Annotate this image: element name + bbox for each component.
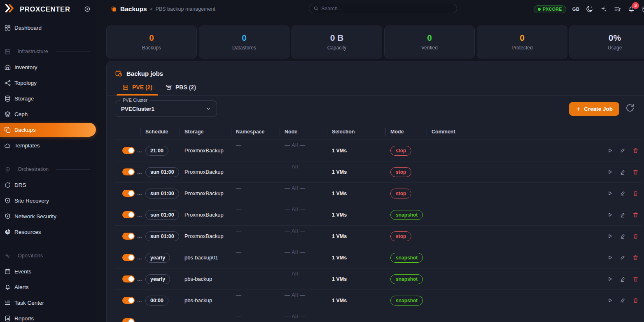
run-job-icon[interactable]: [607, 147, 613, 154]
delete-job-icon[interactable]: [632, 147, 639, 154]
sidebar-item-topology[interactable]: Topology: [0, 75, 96, 91]
stat-card-backups: 0 Backups: [106, 26, 197, 58]
create-job-button[interactable]: Create Job: [569, 102, 619, 116]
language-selector[interactable]: GB: [572, 7, 579, 12]
global-search: [309, 4, 457, 13]
selection-cell: 1 VMs: [327, 161, 385, 182]
sidebar-item-backups[interactable]: Backups: [0, 123, 96, 137]
node-cell: — All —: [280, 161, 327, 182]
delete-job-icon[interactable]: [632, 190, 639, 196]
search-icon: [313, 6, 319, 11]
run-job-icon[interactable]: [607, 233, 613, 239]
calendar-icon: [4, 268, 11, 275]
delete-job-icon[interactable]: [632, 297, 639, 303]
job-enabled-toggle[interactable]: [122, 254, 135, 261]
sidebar-item-events[interactable]: Events: [0, 264, 96, 279]
sidebar-item-resources[interactable]: Resources: [0, 224, 96, 240]
ai-sparkles-icon[interactable]: [600, 5, 607, 13]
edit-job-icon[interactable]: [620, 297, 626, 303]
sidebar-item-label: Task Center: [14, 300, 44, 306]
run-job-icon[interactable]: [607, 169, 613, 175]
backup-jobs-panel: Backup jobs PVE (2) PBS (2) PVE Cluster …: [106, 61, 644, 322]
job-enabled-toggle[interactable]: [122, 275, 135, 282]
comment-cell: [427, 247, 591, 268]
pve-cluster-select[interactable]: PVE Cluster PVECluster1: [115, 100, 217, 117]
job-enabled-toggle[interactable]: [122, 147, 135, 154]
job-enabled-toggle[interactable]: [122, 190, 135, 197]
sidebar-item-reports[interactable]: Reports: [0, 310, 96, 322]
sidebar-item-inventory[interactable]: Inventory: [0, 59, 96, 75]
sidebar-item-label: Dashboard: [14, 25, 42, 31]
job-enabled-toggle[interactable]: [122, 297, 135, 304]
sidebar-item-drs[interactable]: DRS: [0, 177, 96, 193]
schedule-chip: sun 01:00: [145, 189, 179, 198]
stat-label: Backups: [142, 45, 161, 51]
namespace-cell: —: [231, 226, 280, 247]
sidebar-item-label: Resources: [14, 229, 41, 235]
search-input[interactable]: [321, 6, 453, 12]
notifications-bell-icon[interactable]: 3: [628, 5, 635, 13]
edit-job-icon[interactable]: [620, 276, 626, 282]
toggle-knob: [128, 191, 134, 196]
delete-job-icon[interactable]: [632, 233, 639, 239]
selection-cell: 1 VMs: [327, 247, 385, 268]
brand-logo-icon: [4, 3, 16, 15]
edit-job-icon[interactable]: [620, 254, 626, 261]
selection-cell: 1 VMs: [327, 204, 385, 225]
delete-job-icon[interactable]: [632, 254, 639, 261]
sidebar-section-operations: Operations: [0, 248, 96, 264]
toggle-knob: [128, 212, 134, 217]
storage-cell: pbs-backup01: [180, 247, 231, 268]
col-node: Node: [280, 124, 327, 140]
edit-job-icon[interactable]: [620, 190, 626, 196]
sidebar-item-templates[interactable]: Templates: [0, 138, 96, 153]
run-job-icon[interactable]: [607, 254, 613, 261]
sidebar-item-task-center[interactable]: Task Center: [0, 295, 96, 310]
sidebar-item-dashboard[interactable]: Dashboard: [0, 20, 96, 35]
job-enabled-toggle[interactable]: [122, 168, 135, 175]
run-job-icon[interactable]: [607, 276, 613, 282]
sidebar-item-label: Site Recovery: [14, 198, 49, 204]
page-title: Backups: [120, 5, 147, 13]
tab-pve[interactable]: PVE (2): [117, 84, 158, 95]
core-badge-label: PXCORE: [543, 7, 562, 12]
stat-label: Protected: [511, 45, 532, 51]
stats-row: 0 Backups 0 Datastores 0 B Capacity 0 Ve…: [106, 26, 644, 58]
table-row: … sun 01:00 ProxmoxBackup — — All — 1 VM…: [115, 226, 642, 247]
toggle-knob: [128, 298, 134, 303]
theme-toggle-moon-icon[interactable]: [586, 5, 593, 13]
job-enabled-toggle[interactable]: [122, 318, 135, 322]
sidebar-item-ceph[interactable]: Ceph: [0, 106, 96, 122]
run-job-icon[interactable]: [607, 297, 613, 303]
edit-job-icon[interactable]: [620, 147, 626, 154]
delete-job-icon[interactable]: [632, 169, 639, 175]
namespace-cell: —: [231, 247, 280, 268]
job-enabled-toggle[interactable]: [122, 211, 135, 218]
sidebar-item-storage[interactable]: Storage: [0, 91, 96, 106]
namespace-cell: —: [231, 290, 280, 311]
sidebar-item-network-security[interactable]: Network Security: [0, 208, 96, 224]
table-row: … sun 01:00 ProxmoxBackup — — All — 1 VM…: [115, 204, 642, 226]
sidebar-item-alerts[interactable]: Alerts: [0, 279, 96, 295]
layout-window-icon[interactable]: [642, 5, 644, 13]
job-enabled-toggle[interactable]: [122, 233, 135, 240]
table-refresh-icon[interactable]: [625, 103, 635, 114]
edit-job-icon[interactable]: [620, 233, 626, 239]
topbar: Backups PBS backup management PXCORE GB: [96, 0, 644, 18]
delete-job-icon[interactable]: [632, 276, 639, 282]
task-queue-icon[interactable]: [614, 5, 621, 13]
edit-job-icon[interactable]: [620, 169, 626, 175]
edit-job-icon[interactable]: [620, 212, 626, 218]
controls-right: Create Job: [569, 102, 635, 116]
stat-label: Verified: [421, 45, 438, 51]
tab-pbs[interactable]: PBS (2): [160, 84, 202, 95]
toggle-knob: [128, 276, 134, 282]
run-job-icon[interactable]: [607, 190, 613, 196]
node-cell: — All —: [280, 226, 327, 247]
mode-badge: snapshot: [390, 210, 423, 220]
jobs-tabs: PVE (2) PBS (2): [107, 84, 644, 96]
run-job-icon[interactable]: [607, 212, 613, 218]
sidebar-item-site-recovery[interactable]: Site Recovery: [0, 193, 96, 208]
sidebar-toggle-icon[interactable]: [84, 6, 91, 12]
delete-job-icon[interactable]: [632, 212, 639, 218]
